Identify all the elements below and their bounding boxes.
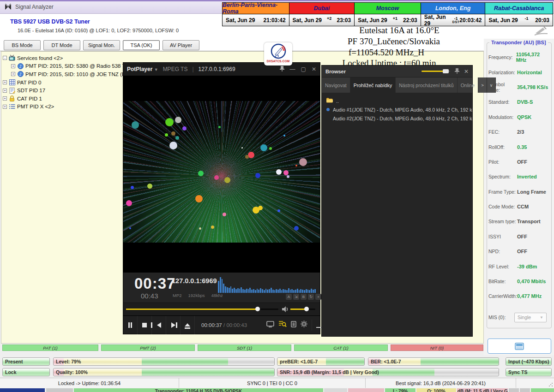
volume-icon[interactable] [282, 306, 289, 314]
browser-tab-navigovat[interactable]: Navigovat [322, 77, 350, 93]
browser-tab-online[interactable]: Online [458, 77, 478, 93]
transponder-row-label: Frame Type: [488, 189, 517, 195]
tree-item-label: CAT PID 1 [17, 96, 42, 101]
mode-tabs: BS ModeDT ModeSignal Mon.TSA (OK)AV Play… [4, 40, 199, 51]
playlist-icon[interactable] [291, 321, 296, 329]
volume-knob[interactable] [304, 307, 309, 311]
tree-item[interactable]: -Services found <2> [3, 54, 298, 62]
sliver-segment: Transponder: 11054 H 355 DVB-S/QPSK [74, 388, 323, 392]
sliver-segment: 15,9 dB (M: 11,5 dB | Very Good) [457, 388, 508, 392]
tree-expander[interactable]: + [3, 80, 7, 84]
tree-expander[interactable]: + [11, 64, 15, 68]
spectrum-bar [265, 289, 267, 293]
browser-item-label: Audio #1(JOE TNZ) - Dutch, MPEG Audio, 4… [333, 107, 472, 113]
viz-dot [147, 184, 152, 189]
tree-expander[interactable]: + [3, 105, 7, 109]
viz-dot [294, 226, 299, 231]
table-bar-nit: NIT (0) [391, 344, 483, 351]
chevron-down-icon: ▼ [540, 315, 543, 320]
viz-dot [241, 147, 243, 148]
list-item-up[interactable]: .. [322, 96, 472, 105]
clock-city-name: Rabat-Casablanca [485, 3, 553, 14]
player-controls: 00:00:37 / 00:00:43 [123, 315, 320, 334]
viz-dot [129, 227, 131, 229]
spectrum-bar [229, 288, 230, 293]
spectrum-bar [288, 288, 289, 293]
spectrum-bar [230, 286, 232, 293]
potplayer-menu[interactable]: PotPlayer [127, 66, 152, 72]
close-icon[interactable]: ✕ [464, 68, 469, 75]
opacity-slider[interactable] [422, 71, 450, 72]
spectrum-bar [302, 290, 303, 293]
codec-label: MP2 [173, 293, 182, 298]
transponder-row-value: OFF [517, 234, 527, 239]
close-icon[interactable]: ✕ [312, 66, 316, 72]
screen-cast-icon[interactable] [266, 321, 274, 329]
transponder-row-value: QPSK [517, 114, 531, 120]
transponder-row-label: FEC: [488, 129, 517, 135]
browser-list-item[interactable]: Audio #2(JOE TNZ) - Dutch, MPEG Audio, 4… [322, 114, 472, 123]
previous-button[interactable] [152, 316, 166, 334]
settings-gear-icon[interactable] [301, 321, 307, 329]
ab-button-3[interactable]: ↻ [308, 294, 314, 300]
pin-icon[interactable] [455, 67, 459, 76]
browser-window: Browser ✕ NavigovatProhlížeč nabídkyNást… [321, 65, 473, 337]
browser-tab-n-stroj-proch-zen-titulk-[interactable]: Nástroj procházení titulků [396, 77, 457, 93]
browser-tab-prohl-e-nab-dky[interactable]: Prohlížeč nabídky [350, 77, 396, 93]
stop-button[interactable] [138, 316, 152, 334]
spectrum-bar [314, 289, 316, 293]
browser-tab-scroll-0[interactable]: > [478, 77, 487, 93]
resize-grip[interactable] [548, 382, 553, 387]
tab-dt-mode[interactable]: DT Mode [43, 40, 80, 50]
seek-bar[interactable] [126, 309, 278, 310]
opacity-slider-knob[interactable] [443, 69, 449, 73]
ab-button-0[interactable]: A [286, 294, 292, 300]
transponder-row-value: 2/3 [517, 129, 524, 135]
signature-icon [534, 26, 550, 36]
list-icon [9, 104, 15, 110]
ab-button-1[interactable]: ⇲ [293, 294, 299, 300]
samplerate-label: 48khz [211, 293, 223, 298]
player-info-panel: 00:37 00:43 127.0.0.1:6969 MP2 192kbps 4… [123, 273, 320, 303]
viz-dot [224, 177, 230, 183]
maximize-icon[interactable]: ▢ [301, 66, 306, 72]
browser-titlebar[interactable]: Browser ✕ [322, 65, 472, 77]
transponder-row-label: CarrierWidth: [488, 293, 517, 299]
ber-bar: BER: <1.0E-7 [368, 357, 499, 366]
browser-list-item[interactable]: Audio #1(JOE TNZ) - Dutch, MPEG Audio, 4… [322, 105, 472, 114]
search-playlist-icon[interactable] [278, 321, 287, 329]
spectrum-bar [258, 290, 259, 293]
window-title: Signal Analyzer [15, 4, 54, 10]
ab-button-2[interactable]: B [301, 294, 307, 300]
tab-tsa-ok-[interactable]: TSA (OK) [123, 40, 160, 50]
tree-expander[interactable]: - [3, 56, 7, 60]
clock-4: Rabat-CasablancaSat, Jun 29-120:03 [485, 3, 553, 26]
stream-capture-button[interactable] [488, 339, 551, 354]
tab-bs-mode[interactable]: BS Mode [4, 40, 41, 50]
tree-expander[interactable]: + [11, 72, 15, 76]
eject-button[interactable] [181, 316, 195, 334]
next-button[interactable] [166, 316, 181, 334]
tab-signal-mon-[interactable]: Signal Mon. [83, 40, 120, 50]
mis-select[interactable]: Single ▼ [514, 313, 547, 322]
pause-button[interactable] [123, 316, 138, 334]
minimize-icon[interactable]: — [290, 66, 295, 72]
dxsatcs-logo: DXSATCS.COM [264, 42, 292, 65]
video-area[interactable] [123, 76, 320, 273]
ab-button-4[interactable]: × [315, 294, 321, 300]
stream-url: 127.0.0.1:6969 [199, 66, 235, 72]
volume-bar[interactable] [290, 309, 315, 310]
pin-icon[interactable] [280, 66, 284, 73]
tree-expander[interactable]: + [3, 96, 7, 101]
tree-expander[interactable]: + [3, 89, 7, 93]
tab-av-player[interactable]: AV Player [163, 40, 199, 50]
transponder-row: Polarization:Horizontal [488, 65, 550, 79]
ab-repeat-buttons: A⇲B↻× [286, 294, 321, 300]
transponder-row: Code Mode:CCM [488, 199, 550, 214]
transponder-row-label: Code Mode: [488, 204, 517, 209]
browser-tabs: NavigovatProhlížeč nabídkyNástroj prochá… [322, 77, 472, 93]
seek-knob[interactable] [255, 307, 260, 311]
browser-tab-scroll-1[interactable]: ∨ [487, 77, 496, 93]
viz-dot [195, 195, 203, 202]
clock-2: MoscowSat, Jun 29+122:03 [355, 3, 421, 26]
